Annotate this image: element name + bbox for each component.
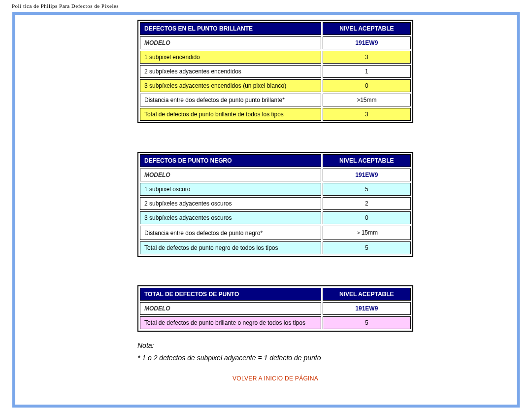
row-label: 1 subpixel encendido: [140, 51, 321, 64]
note-line: * 1 o 2 defectos de subpixel adyacente =…: [137, 352, 413, 364]
row-label: 1 subpixel oscuro: [140, 183, 321, 196]
row-value: >15mm: [323, 94, 411, 106]
content-frame: DEFECTOS EN EL PUNTO BRILLANTE NIVEL ACE…: [12, 12, 520, 408]
row-label: 2 subpíxeles adyacentes oscuros: [140, 197, 321, 210]
note-block: Nota: * 1 o 2 defectos de subpixel adyac…: [137, 340, 413, 364]
row-label: 2 subpíxeles adyacentes encendidos: [140, 65, 321, 78]
row-label: Distancia entre dos defectos de punto pu…: [140, 94, 321, 106]
table3-model-value: 191EW9: [323, 302, 411, 315]
row-value: 0: [323, 211, 411, 224]
table-row: Total de defectos de punto brillante de …: [140, 108, 411, 121]
row-label: Total de defectos de punto brillante de …: [140, 108, 321, 121]
table2-title: DEFECTOS DE PUNTO NEGRO: [140, 154, 321, 167]
row-label: Total de defectos de punto negro de todo…: [140, 241, 321, 254]
table-row: 2 subpíxeles adyacentes oscuros2: [140, 197, 411, 210]
table-row: Distancia entre dos defectos de punto pu…: [140, 94, 411, 106]
bright-dot-defects-table: DEFECTOS EN EL PUNTO BRILLANTE NIVEL ACE…: [137, 20, 413, 123]
table-row: Total de defectos de punto brillante o n…: [140, 316, 411, 329]
row-value: 5: [323, 241, 411, 254]
table3-title: TOTAL DE DEFECTOS DE PUNTO: [140, 288, 321, 301]
row-value: 5: [323, 316, 411, 329]
table1-model-label: MODELO: [140, 36, 321, 49]
table1-title: DEFECTOS EN EL PUNTO BRILLANTE: [140, 22, 321, 35]
row-value: 1: [323, 65, 411, 78]
table-row: 3 subpíxeles adyacentes encendidos (un p…: [140, 79, 411, 92]
row-value: 0: [323, 79, 411, 92]
black-dot-defects-table: DEFECTOS DE PUNTO NEGRO NIVEL ACEPTABLE …: [137, 152, 413, 257]
row-label: Distancia entre dos defectos de punto ne…: [140, 226, 321, 240]
row-label: 3 subpíxeles adyacentes oscuros: [140, 211, 321, 224]
table3-level: NIVEL ACEPTABLE: [323, 288, 411, 301]
table-row: 3 subpíxeles adyacentes oscuros0: [140, 211, 411, 224]
table-row: 1 subpixel oscuro5: [140, 183, 411, 196]
table1-model-value: 191EW9: [323, 36, 411, 49]
note-heading: Nota:: [137, 340, 413, 352]
table2-model-value: 191EW9: [323, 169, 411, 181]
table-row: 1 subpixel encendido3: [140, 51, 411, 64]
table3-model-label: MODELO: [140, 302, 321, 315]
row-value: 3: [323, 108, 411, 121]
row-label: 3 subpíxeles adyacentes encendidos (un p…: [140, 79, 321, 92]
footer-file-path: file:///F|/manual spec/813/philips TV&lc…: [0, 408, 532, 411]
table-row: Distancia entre dos defectos de punto ne…: [140, 226, 411, 240]
table2-model-label: MODELO: [140, 169, 321, 181]
page-header-title: Polí tica de Philips Para Defectos de Pi…: [0, 0, 532, 12]
table-row: Total de defectos de punto negro de todo…: [140, 241, 411, 254]
row-value: 2: [323, 197, 411, 210]
table1-level: NIVEL ACEPTABLE: [323, 22, 411, 35]
table2-level: NIVEL ACEPTABLE: [323, 154, 411, 167]
table-row: 2 subpíxeles adyacentes encendidos1: [140, 65, 411, 78]
row-value: 5: [323, 183, 411, 196]
row-value: ＞15mm: [323, 226, 411, 240]
back-to-top-link[interactable]: VOLVER A INICIO DE PÁGINA: [233, 375, 318, 382]
row-label: Total de defectos de punto brillante o n…: [140, 316, 321, 329]
row-value: 3: [323, 51, 411, 64]
total-defects-table: TOTAL DE DEFECTOS DE PUNTO NIVEL ACEPTAB…: [137, 285, 413, 332]
